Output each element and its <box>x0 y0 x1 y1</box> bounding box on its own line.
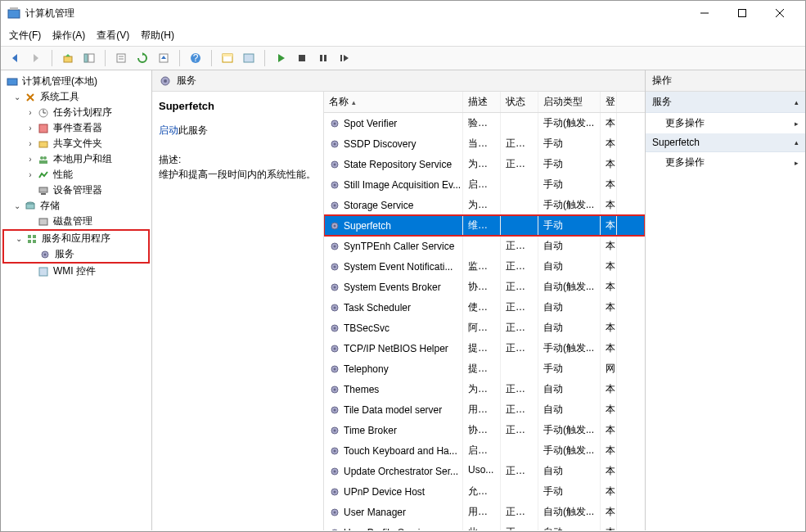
pause-button[interactable] <box>314 49 332 67</box>
minimize-button[interactable] <box>686 1 723 25</box>
action-more-2[interactable]: 更多操作 ▸ <box>646 152 805 173</box>
service-row[interactable]: Superfetch维护...手动本 <box>324 215 645 236</box>
svg-rect-12 <box>117 54 125 62</box>
main-title: 服务 <box>177 74 196 88</box>
properties-button[interactable] <box>112 49 130 67</box>
service-row[interactable]: Touch Keyboard and Ha...启用...手动(触发...本 <box>324 440 645 461</box>
service-row[interactable]: System Event Notificati...监视...正在...自动本 <box>324 256 645 277</box>
svg-point-36 <box>43 156 47 160</box>
service-row[interactable]: Still Image Acquisition Ev...启动...手动本 <box>324 174 645 195</box>
service-row[interactable]: Themes为用...正在...自动本 <box>324 379 645 399</box>
svg-point-77 <box>334 367 336 370</box>
service-row[interactable]: Update Orchestrator Ser...Uso...正在...自动本 <box>324 461 645 481</box>
tree-systools[interactable]: ⌄ 系统工具 <box>2 89 150 105</box>
caret-down-icon: ⌄ <box>12 201 22 210</box>
svc-status <box>501 195 538 215</box>
navigation-tree[interactable]: 计算机管理(本地) ⌄ 系统工具 ›任务计划程序 ›事件查看器 ›共享文件夹 ›… <box>1 70 152 530</box>
service-row[interactable]: Storage Service为存...手动(触发...本 <box>324 195 645 215</box>
svc-desc: 启用... <box>463 440 501 461</box>
menu-view[interactable]: 查看(V) <box>97 29 129 43</box>
svc-name: Task Scheduler <box>344 302 411 313</box>
svc-desc: 允许 ... <box>463 481 501 502</box>
menu-file[interactable]: 文件(F) <box>9 29 41 43</box>
forward-button[interactable] <box>27 49 45 67</box>
tree-shared[interactable]: ›共享文件夹 <box>2 136 150 151</box>
list-body[interactable]: Spot Verifier验证...手动(触发...本SSDP Discover… <box>324 113 645 530</box>
col-logon[interactable]: 登 <box>601 92 617 112</box>
svg-point-61 <box>334 204 336 206</box>
action-more-1[interactable]: 更多操作 ▸ <box>646 113 805 133</box>
help-button[interactable]: ? <box>187 49 205 67</box>
col-startup[interactable]: 启动类型 <box>538 92 601 112</box>
service-row[interactable]: User Manager用户...正在...自动(触发...本 <box>324 502 645 522</box>
gear-icon <box>329 261 340 273</box>
svc-startup: 自动 <box>538 461 601 481</box>
tree-perf[interactable]: ›性能 <box>2 167 150 183</box>
caret-right-icon: › <box>25 124 35 133</box>
tree-tasks[interactable]: ›任务计划程序 <box>2 105 150 120</box>
svc-status: 正在... <box>501 133 538 154</box>
menu-action[interactable]: 操作(A) <box>52 29 85 43</box>
action-group-selected[interactable]: Superfetch ▴ <box>646 133 805 152</box>
back-button[interactable] <box>6 49 24 67</box>
tree-label: 服务 <box>55 247 74 261</box>
gear-icon <box>329 200 340 211</box>
restart-button[interactable] <box>335 49 353 67</box>
play-button[interactable] <box>272 49 290 67</box>
svc-logon: 本 <box>601 440 617 461</box>
stop-button[interactable] <box>293 49 311 67</box>
show-hide-tree-button[interactable] <box>80 49 98 67</box>
find-button[interactable] <box>240 49 258 67</box>
gear-icon <box>329 486 340 498</box>
service-row[interactable]: System Events Broker协调...正在...自动(触发...本 <box>324 277 645 297</box>
tree-svcapps[interactable]: ⌄服务和应用程序 <box>4 231 148 246</box>
app-icon <box>7 7 20 20</box>
tree-devmgr[interactable]: 设备管理器 <box>2 183 150 198</box>
service-row[interactable]: Time Broker协调...正在...手动(触发...本 <box>324 420 645 440</box>
svg-rect-0 <box>8 10 20 18</box>
tree-root[interactable]: 计算机管理(本地) <box>2 74 150 89</box>
action-group-services[interactable]: 服务 ▴ <box>646 92 805 113</box>
tree-wmi[interactable]: WMI 控件 <box>2 264 150 279</box>
up-folder-button[interactable] <box>59 49 77 67</box>
device-icon <box>37 184 50 197</box>
service-row[interactable]: SSDP Discovery当发...正在...手动本 <box>324 133 645 154</box>
filter-button[interactable] <box>218 49 236 67</box>
service-row[interactable]: Telephony提供...手动网 <box>324 358 645 379</box>
tree-users[interactable]: ›本地用户和组 <box>2 151 150 167</box>
svc-desc: 验证... <box>463 113 501 133</box>
service-row[interactable]: Tile Data model server用于...正在...自动本 <box>324 399 645 420</box>
service-row[interactable]: State Repository Service为应...正在...手动本 <box>324 154 645 174</box>
service-row[interactable]: User Profile Service此服...正在...自动本 <box>324 522 645 530</box>
separator <box>105 50 106 66</box>
tree-diskmgr[interactable]: 磁盘管理 <box>2 214 150 229</box>
export-button[interactable] <box>155 49 173 67</box>
svg-rect-39 <box>41 193 46 195</box>
maximize-button[interactable] <box>723 1 761 25</box>
service-row[interactable]: TCP/IP NetBIOS Helper提供...正在...手动(触发...本 <box>324 338 645 358</box>
window-title: 计算机管理 <box>25 7 686 20</box>
close-button[interactable] <box>761 1 799 25</box>
tree-events[interactable]: ›事件查看器 <box>2 120 150 136</box>
svc-startup: 手动 <box>538 481 601 502</box>
tree-storage[interactable]: ⌄存储 <box>2 198 150 214</box>
tree-label: 存储 <box>40 199 60 213</box>
service-row[interactable]: SynTPEnh Caller Service正在...自动本 <box>324 236 645 256</box>
refresh-button[interactable] <box>133 49 151 67</box>
col-status[interactable]: 状态 <box>501 92 538 112</box>
service-row[interactable]: Spot Verifier验证...手动(触发...本 <box>324 113 645 133</box>
svg-marker-7 <box>34 54 38 62</box>
main-pane: 服务 Superfetch 启动此服务 描述: 维护和提高一段时间内的系统性能。… <box>152 70 646 530</box>
service-row[interactable]: TBSecSvc阿里...正在...自动本 <box>324 318 645 338</box>
svg-point-91 <box>334 511 336 513</box>
col-name[interactable]: 名称▴ <box>324 92 463 112</box>
service-row[interactable]: Task Scheduler使用...正在...自动本 <box>324 297 645 318</box>
col-desc[interactable]: 描述 <box>463 92 501 112</box>
tree-label: 服务和应用程序 <box>42 232 110 246</box>
start-link[interactable]: 启动 <box>159 124 178 136</box>
tree-services[interactable]: 服务 <box>4 246 148 262</box>
menu-help[interactable]: 帮助(H) <box>141 29 174 43</box>
svc-status: 正在... <box>501 379 538 399</box>
service-row[interactable]: UPnP Device Host允许 ...手动本 <box>324 481 645 502</box>
detail-pane: Superfetch 启动此服务 描述: 维护和提高一段时间内的系统性能。 <box>152 92 324 530</box>
